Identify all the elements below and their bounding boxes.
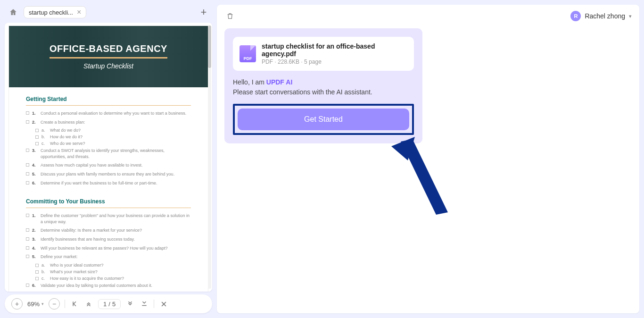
delete-button[interactable]	[224, 10, 236, 22]
greeting-text: Hello, I am UPDF AI Please start convers…	[233, 77, 414, 97]
item-number: 5.	[32, 171, 38, 177]
first-page-button[interactable]	[70, 299, 79, 309]
pdf-icon: PDF	[239, 45, 256, 62]
checkbox-icon	[35, 142, 39, 145]
item-text: Define the customer "problem" and how yo…	[41, 213, 191, 225]
document-page: OFFICE-BASED AGENCY Startup Checklist Ge…	[8, 25, 208, 292]
checklist-item: 5.Discuss your plans with family members…	[26, 171, 191, 177]
file-name: startup checklist for an office-based ag…	[262, 42, 407, 58]
item-number: 4.	[32, 245, 38, 251]
page-input[interactable]: 1 / 5	[98, 299, 121, 309]
user-name: Rachel zhong	[585, 12, 625, 20]
document-title: OFFICE-BASED AGENCY	[50, 43, 167, 54]
checkbox-icon	[35, 264, 39, 267]
left-panel: startup checkli... × + OFFICE-BASED AGEN…	[5, 5, 212, 313]
user-menu[interactable]: R Rachel zhong ▾	[570, 11, 632, 21]
item-text: Assess how much capital you have availab…	[41, 162, 191, 168]
document-scroll[interactable]: OFFICE-BASED AGENCY Startup Checklist Ge…	[5, 23, 212, 292]
right-top-bar: R Rachel zhong ▾	[224, 10, 632, 22]
home-button[interactable]	[7, 6, 20, 19]
item-text: Conduct a personal evaluation to determi…	[41, 110, 191, 117]
section-title: Committing to Your Business	[26, 198, 191, 205]
checkbox-icon	[26, 111, 29, 115]
checklist-item: 3.Identify businesses that are having su…	[26, 236, 191, 243]
item-text: Will your business be relevant as time p…	[41, 245, 191, 251]
zoom-in-button[interactable]: +	[11, 298, 23, 310]
item-number: 1.	[32, 110, 38, 117]
subitem-letter: c.	[41, 141, 47, 146]
checklist-subitem: a.Who is your ideal customer?	[35, 263, 191, 268]
checklist-subitem: b.What's your market size?	[35, 269, 191, 274]
file-meta: PDF · 228.6KB · 5 page	[262, 59, 407, 65]
item-number: 2.	[32, 119, 38, 126]
zoom-out-button[interactable]: −	[49, 298, 60, 310]
checkbox-icon	[35, 270, 39, 274]
checkbox-icon	[26, 228, 29, 232]
bottom-toolbar: + 69% ▾ − 1 / 5	[5, 294, 212, 313]
checkbox-icon	[35, 277, 39, 280]
item-text: Validate your idea by talking to potenti…	[41, 283, 191, 289]
svg-marker-0	[401, 139, 448, 215]
tab-label: startup checkli...	[29, 9, 73, 16]
item-text: Discuss your plans with family members t…	[41, 171, 191, 177]
prev-page-button[interactable]	[84, 299, 93, 309]
avatar: R	[570, 11, 581, 21]
divider	[65, 300, 65, 308]
checklist-subitem: c.Who do we serve?	[35, 141, 191, 146]
trash-icon	[226, 12, 234, 20]
subitem-letter: a.	[41, 263, 47, 268]
subitem-text: What do we do?	[50, 128, 191, 133]
chevron-down-icon: ▾	[629, 13, 632, 19]
add-tab-button[interactable]: +	[197, 6, 210, 19]
scrollbar-thumb[interactable]	[208, 25, 211, 68]
checklist-subitem: c.How easy is it to acquire the customer…	[35, 276, 191, 281]
checklist-item: 6.Determine if you want the business to …	[26, 180, 191, 186]
right-panel: R Rachel zhong ▾ PDF startup checklist f…	[217, 5, 639, 313]
item-text: Conduct a SWOT analysis to identify your…	[41, 148, 191, 159]
tab-active[interactable]: startup checkli... ×	[24, 6, 86, 18]
checklist-item: 6.Validate your idea by talking to poten…	[26, 283, 191, 289]
subitem-letter: b.	[41, 134, 47, 139]
item-number: 3.	[32, 236, 38, 243]
last-page-button[interactable]	[140, 299, 149, 309]
checkbox-icon	[26, 284, 29, 287]
item-number: 3.	[32, 148, 38, 154]
checkbox-icon	[26, 214, 29, 217]
checklist-item: 1.Define the customer "problem" and how …	[26, 213, 191, 225]
subitem-text: Who is your ideal customer?	[50, 263, 191, 268]
subitem-letter: c.	[41, 276, 47, 281]
subitem-text: What's your market size?	[50, 269, 191, 274]
checkbox-icon	[26, 120, 29, 124]
document-viewer: OFFICE-BASED AGENCY Startup Checklist Ge…	[5, 23, 212, 292]
checklist-subitem: a.What do we do?	[35, 128, 191, 133]
checklist-item: 5.Define your market:	[26, 254, 191, 260]
subitem-letter: a.	[41, 128, 47, 133]
close-button[interactable]	[159, 299, 168, 309]
item-number: 4.	[32, 162, 38, 168]
item-number: 2.	[32, 227, 38, 234]
tab-close-button[interactable]: ×	[77, 8, 81, 16]
subitem-text: How do we do it?	[50, 134, 191, 139]
chevron-down-icon: ▾	[41, 301, 44, 306]
zoom-value[interactable]: 69% ▾	[27, 301, 44, 308]
document-header: OFFICE-BASED AGENCY Startup Checklist	[9, 26, 208, 87]
checklist-item: 3.Conduct a SWOT analysis to identify yo…	[26, 148, 191, 159]
section-rule	[26, 105, 191, 106]
checkbox-icon	[26, 149, 29, 152]
section-title: Getting Started	[26, 96, 191, 102]
section-rule	[26, 208, 191, 208]
next-page-button[interactable]	[125, 299, 135, 309]
checkbox-icon	[26, 255, 29, 258]
document-subtitle: Startup Checklist	[83, 62, 133, 70]
checkbox-icon	[26, 246, 29, 250]
item-text: Determine viability: Is there a market f…	[41, 227, 191, 234]
scrollbar-track[interactable]	[208, 25, 211, 289]
checklist-subitem: b.How do we do it?	[35, 134, 191, 139]
checkbox-icon	[26, 163, 29, 167]
file-attachment[interactable]: PDF startup checklist for an office-base…	[233, 37, 414, 71]
item-text: Create a business plan:	[41, 119, 191, 126]
file-info: startup checklist for an office-based ag…	[262, 42, 407, 65]
checkbox-icon	[35, 129, 39, 132]
get-started-button[interactable]: Get Started	[238, 109, 409, 130]
brand-name: UPDF AI	[266, 78, 292, 86]
